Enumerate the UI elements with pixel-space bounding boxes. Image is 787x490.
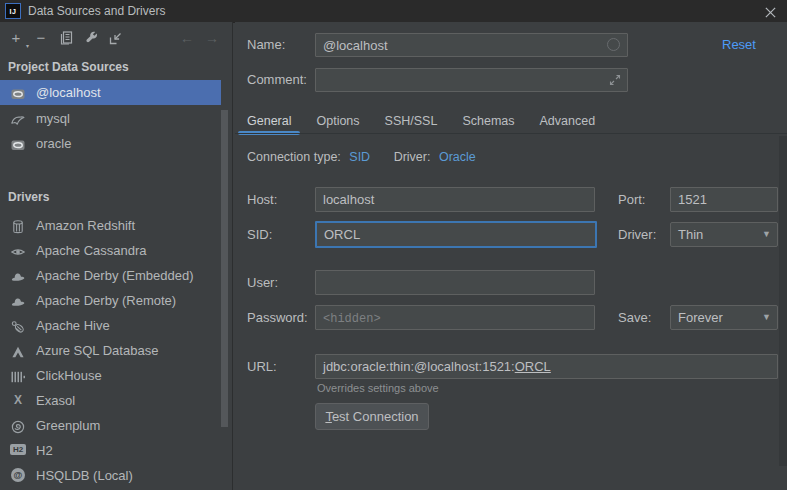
hsqldb-icon: @ xyxy=(10,467,26,483)
item-label: mysql xyxy=(36,106,70,131)
item-label: Apache Derby (Remote) xyxy=(36,288,176,313)
url-prefix: jdbc:oracle:thin:@localhost:1521: xyxy=(323,359,515,374)
url-field[interactable]: jdbc:oracle:thin:@localhost:1521:ORCL xyxy=(315,354,778,379)
chevron-down-icon: ▼ xyxy=(762,306,771,329)
datasource-item-mysql[interactable]: mysql xyxy=(0,106,221,131)
host-input[interactable] xyxy=(315,187,595,212)
user-input[interactable] xyxy=(315,270,595,295)
intellij-logo-icon: IJ xyxy=(5,3,21,19)
item-label: Azure SQL Database xyxy=(36,338,158,363)
connection-subheader: Connection type: SID Driver: Oracle xyxy=(247,148,476,166)
password-input[interactable] xyxy=(315,305,595,330)
item-label: ClickHouse xyxy=(36,363,102,388)
connection-type-label: Connection type: xyxy=(247,150,341,164)
cassandra-icon xyxy=(10,242,26,258)
url-highlight: ORCL xyxy=(515,359,551,374)
driver-item-apache-derby-embedded[interactable]: Apache Derby (Embedded) xyxy=(0,263,221,288)
derby-icon xyxy=(10,292,26,308)
driver-item-apache-hive[interactable]: Apache Hive xyxy=(0,313,221,338)
driver-item-h2[interactable]: H2H2 xyxy=(0,438,221,463)
section-header: Project Data Sources xyxy=(8,57,129,77)
button-rest: est Connection xyxy=(332,409,419,424)
driver-select-value: Thin xyxy=(678,227,703,242)
port-label: Port: xyxy=(618,187,645,212)
host-label: Host: xyxy=(247,187,277,212)
add-icon[interactable]: +▾ xyxy=(8,30,24,46)
greenplum-icon xyxy=(10,417,26,433)
tab-ssh-ssl[interactable]: SSH/SSL xyxy=(376,108,447,134)
comment-field-wrap xyxy=(315,68,628,92)
reset-link[interactable]: Reset xyxy=(722,33,756,57)
name-field-wrap xyxy=(315,33,628,57)
save-select[interactable]: Forever ▼ xyxy=(670,305,778,330)
redshift-icon xyxy=(10,217,26,233)
sidebar: +▾−←→ Project Data Sources@localhostmysq… xyxy=(0,22,233,490)
data-sources-dialog: IJ Data Sources and Drivers +▾−←→ Projec… xyxy=(0,0,787,490)
save-select-value: Forever xyxy=(678,310,723,325)
mysql-dolphin-icon xyxy=(10,110,26,126)
driver-item-amazon-redshift[interactable]: Amazon Redshift xyxy=(0,213,221,238)
item-label: Amazon Redshift xyxy=(36,213,135,238)
driver-select[interactable]: Thin ▼ xyxy=(670,222,778,247)
clickhouse-icon xyxy=(10,367,26,383)
comment-input[interactable] xyxy=(316,69,627,91)
item-label: Apache Derby (Embedded) xyxy=(36,263,194,288)
item-label: Apache Hive xyxy=(36,313,110,338)
sidebar-toolbar: +▾−←→ xyxy=(0,27,232,49)
driver-item-greenplum[interactable]: Greenplum xyxy=(0,413,221,438)
item-label: Exasol xyxy=(36,388,75,413)
user-label: User: xyxy=(247,270,278,295)
driver-item-exasol[interactable]: XExasol xyxy=(0,388,221,413)
tab-schemas[interactable]: Schemas xyxy=(453,108,523,134)
driver-item-apache-derby-remote[interactable]: Apache Derby (Remote) xyxy=(0,288,221,313)
driver-item-clickhouse[interactable]: ClickHouse xyxy=(0,363,221,388)
driver-item-hsqldb-local[interactable]: @HSQLDB (Local) xyxy=(0,463,221,488)
item-label: HSQLDB (Local) xyxy=(36,463,133,488)
name-input[interactable] xyxy=(316,34,627,56)
oracle-db-icon xyxy=(10,84,26,100)
hive-icon xyxy=(10,317,26,333)
driver-item-azure-sql-database[interactable]: Azure SQL Database xyxy=(0,338,221,363)
chevron-down-icon: ▼ xyxy=(762,223,771,246)
datasource-item-localhost[interactable]: @localhost xyxy=(0,80,221,105)
close-icon[interactable] xyxy=(762,4,778,20)
settings-panel: Name: Reset Comment: GeneralOptionsSSH/S… xyxy=(235,22,787,490)
name-label: Name: xyxy=(247,33,285,57)
refresh-circle-icon xyxy=(607,38,620,51)
save-select-label: Save: xyxy=(618,305,651,330)
remove-icon[interactable]: − xyxy=(33,30,49,46)
connection-type-link[interactable]: SID xyxy=(349,150,370,164)
tab-options[interactable]: Options xyxy=(307,108,368,134)
item-label: H2 xyxy=(36,438,53,463)
import-icon[interactable] xyxy=(108,30,124,46)
dialog-title: Data Sources and Drivers xyxy=(28,0,165,22)
comment-label: Comment: xyxy=(247,68,307,92)
item-label: oracle xyxy=(36,131,71,156)
driver-link[interactable]: Oracle xyxy=(439,150,476,164)
wrench-icon[interactable] xyxy=(83,30,99,46)
password-label: Password: xyxy=(247,305,308,330)
tab-separator xyxy=(235,133,787,134)
tab-general[interactable]: General xyxy=(238,108,300,134)
tab-advanced[interactable]: Advanced xyxy=(531,108,605,134)
datasource-item-oracle[interactable]: oracle xyxy=(0,131,221,156)
expand-icon[interactable] xyxy=(608,73,622,87)
forward-icon[interactable]: → xyxy=(204,30,220,46)
sidebar-scrollbar-thumb[interactable] xyxy=(221,110,228,427)
test-connection-button[interactable]: Test Connection xyxy=(315,403,429,430)
duplicate-icon[interactable] xyxy=(58,30,74,46)
azure-sql-icon xyxy=(10,342,26,358)
back-icon[interactable]: ← xyxy=(179,30,195,46)
url-label: URL: xyxy=(247,354,277,379)
driver-item-apache-cassandra[interactable]: Apache Cassandra xyxy=(0,238,221,263)
item-label: Apache Cassandra xyxy=(36,238,147,263)
sid-label: SID: xyxy=(247,221,272,248)
port-input[interactable] xyxy=(670,187,778,212)
dropdown-caret-icon: ▾ xyxy=(26,42,29,49)
section-header: Drivers xyxy=(8,187,49,207)
main-scrollbar-track[interactable] xyxy=(779,136,787,466)
driver-subheader-label: Driver: xyxy=(394,150,431,164)
driver-select-label: Driver: xyxy=(618,222,656,247)
exasol-icon: X xyxy=(10,392,26,408)
sid-input[interactable] xyxy=(315,221,597,248)
